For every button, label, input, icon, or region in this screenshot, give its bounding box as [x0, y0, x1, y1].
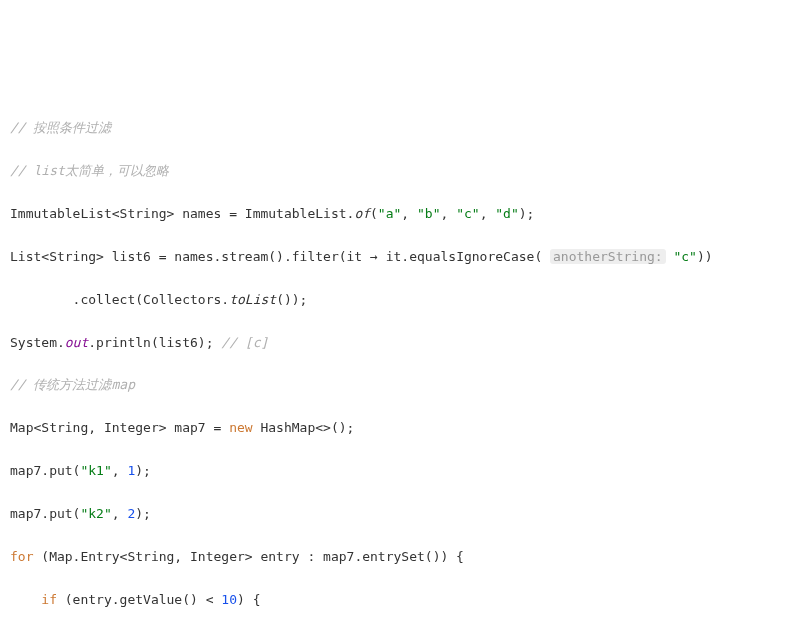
- code-line: map7.put("k1", 1);: [10, 460, 802, 481]
- code-line: if (entry.getValue() < 10) {: [10, 589, 802, 610]
- code-line: map7.put("k2", 2);: [10, 503, 802, 524]
- code-line: ImmutableList<String> names = ImmutableL…: [10, 203, 802, 224]
- code-block: // 按照条件过滤 // list太简单，可以忽略 ImmutableList<…: [10, 96, 802, 628]
- code-line: // list太简单，可以忽略: [10, 160, 802, 181]
- param-hint: anotherString:: [550, 249, 666, 264]
- code-line: List<String> list6 = names.stream().filt…: [10, 246, 802, 267]
- code-line: // 传统方法过滤map: [10, 374, 802, 395]
- code-line: System.out.println(list6); // [c]: [10, 332, 802, 353]
- code-line: .collect(Collectors.toList());: [10, 289, 802, 310]
- code-line: Map<String, Integer> map7 = new HashMap<…: [10, 417, 802, 438]
- code-line: for (Map.Entry<String, Integer> entry : …: [10, 546, 802, 567]
- code-line: // 按照条件过滤: [10, 117, 802, 138]
